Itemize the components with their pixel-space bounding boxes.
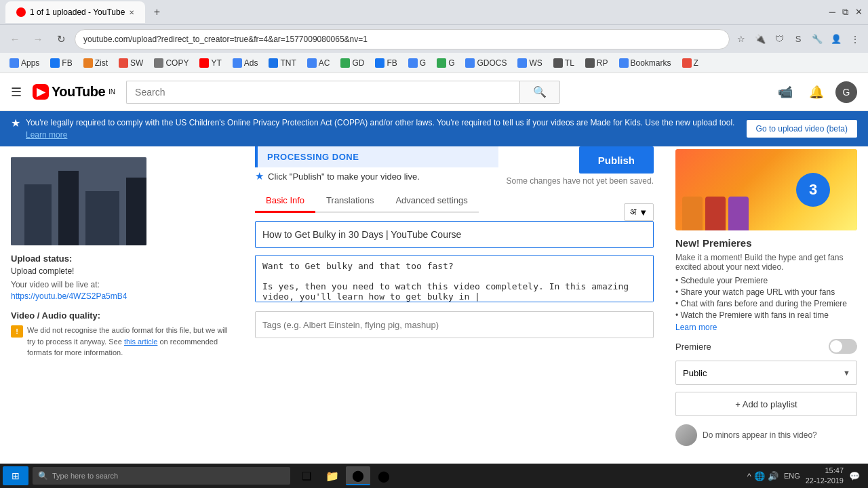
hamburger-menu-icon[interactable]: ☰ xyxy=(11,85,22,100)
tray-network-icon[interactable]: 🌐 xyxy=(754,471,765,481)
youtube-logo[interactable]: ▶ YouTube IN xyxy=(33,84,115,100)
bookmark-yt[interactable]: YT xyxy=(195,57,225,69)
new-premieres-title: New! Premieres xyxy=(675,237,857,249)
center-panel: PROCESSING DONE ★ Click "Publish" to mak… xyxy=(244,146,665,464)
bookmark-gd[interactable]: GD xyxy=(336,57,368,69)
back-button[interactable]: ← xyxy=(5,30,24,49)
this-article-link[interactable]: this article xyxy=(124,338,158,346)
window-controls: ─ ⧉ ✕ xyxy=(829,7,863,18)
taskbar-chrome-2[interactable]: ⬤ xyxy=(372,466,396,485)
bookmark-gdocs[interactable]: GDOCS xyxy=(461,57,511,69)
bookmark-label: TNT xyxy=(280,58,296,68)
bookmark-fb-1[interactable]: FB xyxy=(46,57,76,69)
extension-icon-2[interactable]: 🛡 xyxy=(772,32,787,47)
bookmark-ws[interactable]: WS xyxy=(513,57,546,69)
forward-button[interactable]: → xyxy=(28,30,47,49)
refresh-button[interactable]: ↻ xyxy=(52,30,71,49)
bookmark-tnt[interactable]: TNT xyxy=(264,57,300,69)
tabs-row: Basic Info Translations Advanced setting… xyxy=(255,190,479,213)
taskbar-file-explorer[interactable]: 📁 xyxy=(320,466,344,485)
taskbar-chrome[interactable]: ⬤ xyxy=(346,466,370,485)
taskbar-search-box[interactable]: 🔍 Type here to search xyxy=(33,467,290,485)
tab-basic-info[interactable]: Basic Info xyxy=(255,190,315,213)
maximize-button[interactable]: ⧉ xyxy=(842,7,848,18)
bookmark-rp[interactable]: RP xyxy=(581,57,612,69)
bookmark-apps[interactable]: Apps xyxy=(5,57,43,69)
upload-status-title: Upload status: xyxy=(11,253,233,264)
add-to-playlist-button[interactable]: + Add to playlist xyxy=(675,392,857,416)
notifications-icon[interactable]: 💬 xyxy=(849,471,860,481)
search-button[interactable]: 🔍 xyxy=(519,81,560,104)
user-avatar[interactable]: G xyxy=(835,81,857,103)
extension-icon-3[interactable]: S xyxy=(791,32,806,47)
user-profile-icon[interactable]: 👤 xyxy=(829,32,844,47)
bookmark-favicon xyxy=(154,58,163,68)
premiere-label: Premiere xyxy=(675,342,711,352)
coppa-learn-more-link[interactable]: Learn more xyxy=(26,130,67,140)
start-button[interactable]: ⊞ xyxy=(3,466,28,485)
premiere-feature-4: • Watch the Premiere with fans in real t… xyxy=(675,310,857,320)
tab-close-btn[interactable]: ✕ xyxy=(129,9,134,16)
visibility-select[interactable]: Public Private Unlisted xyxy=(675,361,857,385)
bookmark-fb-2[interactable]: FB xyxy=(371,57,401,69)
address-bar[interactable]: youtube.com/upload?redirect_to_creator=t… xyxy=(75,29,730,49)
click-to-publish-text: Click "Publish" to make your video live. xyxy=(268,171,420,182)
coppa-star-icon: ★ xyxy=(11,117,20,129)
video-tags-input[interactable] xyxy=(255,311,654,338)
more-options-icon[interactable]: ⋮ xyxy=(848,32,863,47)
file-explorer-icon: 📁 xyxy=(326,470,339,483)
bookmark-favicon xyxy=(375,58,384,68)
tray-icons: ^ 🌐 🔊 xyxy=(747,471,778,481)
language-indicator[interactable]: ENG xyxy=(784,472,800,480)
bookmark-ads[interactable]: Ads xyxy=(229,57,262,69)
tray-up-arrow-icon[interactable]: ^ xyxy=(747,471,751,481)
coppa-banner: ★ You're legally required to comply with… xyxy=(0,111,868,146)
taskbar-search-placeholder: Type here to search xyxy=(52,472,118,480)
upload-video-link[interactable]: https://youtu.be/4WZS2Pa5mB4 xyxy=(11,291,127,301)
extension-icon-1[interactable]: 🔌 xyxy=(753,32,768,47)
bookmark-label: RP xyxy=(597,58,608,68)
search-input[interactable] xyxy=(126,81,519,104)
upload-icon[interactable]: 📹 xyxy=(773,80,797,104)
new-tab-button[interactable]: + xyxy=(148,3,165,21)
bookmark-favicon xyxy=(233,58,242,68)
youtube-logo-icon: ▶ xyxy=(33,84,49,100)
bookmark-g-1[interactable]: G xyxy=(404,57,430,69)
premiere-toggle[interactable] xyxy=(829,339,857,354)
url-text: youtube.com/upload?redirect_to_creator=t… xyxy=(83,35,368,44)
language-selector[interactable]: अ ▼ xyxy=(624,203,654,221)
star-bookmark-icon[interactable]: ☆ xyxy=(734,32,749,47)
notification-icon[interactable]: 🔔 xyxy=(804,80,829,104)
star-icon: ★ xyxy=(255,170,264,182)
bookmark-z[interactable]: Z xyxy=(678,57,703,69)
publish-button[interactable]: Publish xyxy=(579,146,654,174)
premiere-banner-image: 3 xyxy=(675,149,857,230)
minimize-button[interactable]: ─ xyxy=(829,7,835,18)
video-title-input[interactable] xyxy=(255,221,654,248)
video-description-input[interactable]: Want to Get bulky and that too fast? Is … xyxy=(255,255,654,302)
system-clock[interactable]: 15:47 22-12-2019 xyxy=(806,466,844,487)
bookmark-bookmarks[interactable]: Bookmarks xyxy=(615,57,675,69)
bookmark-sw[interactable]: SW xyxy=(115,57,147,69)
extension-icon-4[interactable]: 🔧 xyxy=(810,32,825,47)
browser-titlebar: 1 of 1 uploaded - YouTube ✕ + ─ ⧉ ✕ xyxy=(0,0,868,24)
close-window-button[interactable]: ✕ xyxy=(855,7,863,18)
bookmark-label: G xyxy=(420,58,426,68)
bookmark-ac[interactable]: AC xyxy=(303,57,334,69)
tab-translations[interactable]: Translations xyxy=(315,190,384,213)
bookmark-label: Ads xyxy=(244,58,258,68)
bookmark-tl[interactable]: TL xyxy=(549,57,578,69)
learn-more-link[interactable]: Learn more xyxy=(675,323,857,332)
bookmark-g-2[interactable]: G xyxy=(433,57,458,69)
lang-selector-text: अ xyxy=(630,207,636,218)
bookmark-label: G xyxy=(448,58,454,68)
processing-done-bar: PROCESSING DONE xyxy=(255,146,498,167)
upload-video-beta-button[interactable]: Go to upload video (beta) xyxy=(747,120,857,138)
taskbar-view-button[interactable]: ❑ xyxy=(294,466,319,485)
tab-advanced-settings[interactable]: Advanced settings xyxy=(384,190,478,213)
bookmark-zist[interactable]: Zist xyxy=(79,57,112,69)
active-tab[interactable]: 1 of 1 uploaded - YouTube ✕ xyxy=(5,1,145,23)
bookmark-copy[interactable]: COPY xyxy=(150,57,193,69)
tray-volume-icon[interactable]: 🔊 xyxy=(768,471,778,481)
bookmark-favicon xyxy=(269,58,278,68)
